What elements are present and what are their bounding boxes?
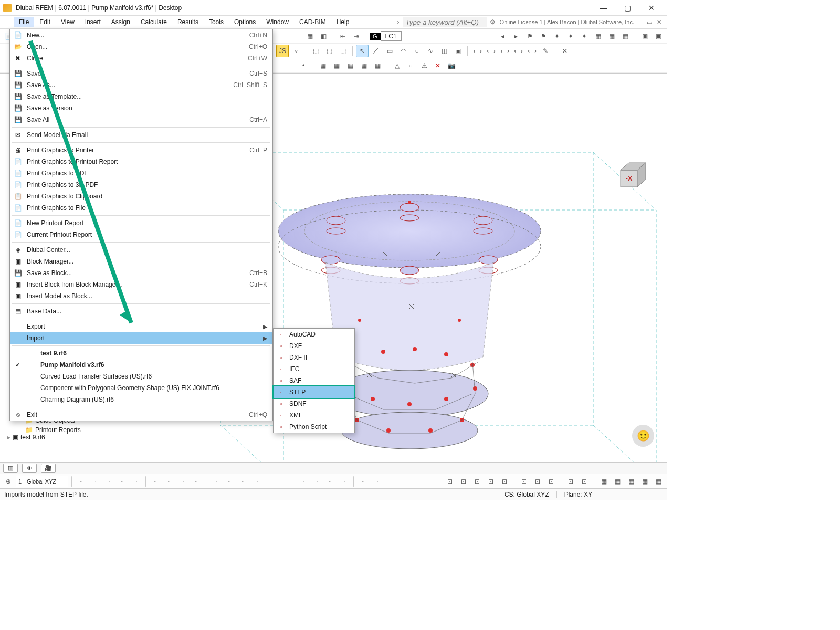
tb-spline-icon[interactable]: ∿ (424, 45, 437, 57)
menu-file[interactable]: File (14, 17, 34, 27)
file-menu-item[interactable]: ▣Insert Block from Block Manager...Ctrl+… (10, 279, 272, 290)
tb-visibility-icon[interactable]: ◧ (317, 30, 330, 43)
bt-snap3-icon[interactable]: ⊡ (471, 475, 484, 488)
bt-10-icon[interactable]: ▫ (209, 475, 222, 488)
file-menu-item[interactable]: test 9.rf6 (10, 348, 272, 359)
file-menu-item[interactable]: 💾Save As...Ctrl+Shift+S (10, 79, 272, 91)
tb-dim5-icon[interactable]: ⟷ (526, 45, 538, 57)
bt-cs-icon[interactable]: ⊕ (2, 475, 15, 488)
file-menu-item[interactable]: 📄Print Graphics to Printout Report (10, 156, 272, 167)
file-menu-item[interactable]: ✉Send Model via Email (10, 129, 272, 141)
mdi-minimize-button[interactable]: — (636, 18, 644, 26)
menu-help[interactable]: Help (331, 17, 355, 27)
file-menu-item[interactable]: 📄Current Printout Report (10, 229, 272, 240)
tb-err-icon[interactable]: ✕ (432, 59, 444, 72)
menu-insert[interactable]: Insert (80, 17, 106, 27)
bt-13-icon[interactable]: ▫ (250, 475, 263, 488)
tb-hinge-icon[interactable]: ○ (404, 59, 417, 72)
bt-snap2-icon[interactable]: ⊡ (457, 475, 470, 488)
bt-14-icon[interactable]: ▫ (297, 475, 309, 488)
coord-system-dropdown[interactable]: 1 - Global XYZ (16, 476, 68, 487)
import-submenu-item[interactable]: ▫XML (274, 410, 354, 421)
tb-grid5-icon[interactable]: ▦ (371, 59, 384, 72)
keyword-search-input[interactable] (403, 17, 487, 27)
tb-misc4-icon[interactable]: ▦ (592, 30, 604, 43)
bt-16-icon[interactable]: ▫ (324, 475, 337, 488)
tb-misc6-icon[interactable]: ▦ (619, 30, 632, 43)
menu-assign[interactable]: Assign (106, 17, 135, 27)
file-menu-item[interactable]: 💾Save as Version (10, 102, 272, 114)
bt-snap8-icon[interactable]: ⊡ (545, 475, 558, 488)
menu-tools[interactable]: Tools (204, 17, 229, 27)
tb-dim4-icon[interactable]: ⟷ (512, 45, 524, 57)
tb-cursor-icon[interactable]: ↖ (356, 45, 369, 57)
bt-snap5-icon[interactable]: ⊡ (498, 475, 511, 488)
file-menu-item[interactable]: ◈Dlubal Center... (10, 244, 272, 256)
file-menu-item[interactable]: 📄Print Graphics to 3D PDF (10, 179, 272, 191)
view-cube[interactable]: -X (614, 158, 652, 195)
file-menu-item[interactable]: 🖨Print Graphics to PrinterCtrl+P (10, 144, 272, 156)
tb-rect-icon[interactable]: ▭ (383, 45, 396, 57)
tb-cube-icon[interactable]: ▣ (452, 45, 464, 57)
bt-1-icon[interactable]: ▫ (75, 475, 88, 488)
bt-grid3-icon[interactable]: ▦ (625, 475, 637, 488)
loadcase-selector[interactable]: G LC1 (370, 32, 402, 41)
file-menu-item[interactable]: ▣Insert Model as Block... (10, 290, 272, 302)
tb-delete-icon[interactable]: ✕ (559, 45, 571, 57)
tb-dim1-icon[interactable]: ⟷ (471, 45, 484, 57)
tb-extrude-icon[interactable]: ◫ (438, 45, 450, 57)
tb-next-icon[interactable]: ▸ (510, 30, 522, 43)
menu-window[interactable]: Window (261, 17, 294, 27)
file-menu-item[interactable]: ⎋ExitCtrl+Q (10, 409, 272, 421)
file-menu-item[interactable]: Pump Manifold v3.rf6 (10, 359, 272, 371)
tb-flag2-icon[interactable]: ⚑ (537, 30, 550, 43)
maximize-button[interactable]: ▢ (615, 0, 639, 16)
menu-options[interactable]: Options (229, 17, 261, 27)
file-menu-item[interactable]: Curved Load Transfer Surfaces (US).rf6 (10, 371, 272, 382)
viewbar-camera-icon[interactable]: 🎥 (41, 464, 56, 473)
assistant-avatar[interactable]: 🙂 (632, 425, 654, 447)
close-button[interactable]: ✕ (639, 0, 664, 16)
file-menu-item[interactable]: Export▶ (10, 321, 272, 332)
tb-select2-icon[interactable]: ⬚ (323, 45, 335, 57)
tb-grid3-icon[interactable]: ▦ (344, 59, 356, 72)
bt-18-icon[interactable]: ▫ (357, 475, 370, 488)
tb-prev-icon[interactable]: ◂ (496, 30, 509, 43)
tb-misc5-icon[interactable]: ▦ (605, 30, 618, 43)
file-menu-item[interactable]: 💾SaveCtrl+S (10, 68, 272, 79)
bt-snap6-icon[interactable]: ⊡ (518, 475, 530, 488)
bt-snap7-icon[interactable]: ⊡ (531, 475, 544, 488)
bt-15-icon[interactable]: ▫ (310, 475, 323, 488)
tb-align-left-icon[interactable]: ⇤ (337, 30, 349, 43)
menu-cadbim[interactable]: CAD-BIM (294, 17, 331, 27)
bt-3-icon[interactable]: ▫ (102, 475, 115, 488)
file-menu-item[interactable]: 📋Print Graphics to Clipboard (10, 191, 272, 202)
tb-node-icon[interactable]: • (297, 59, 310, 72)
import-submenu-item[interactable]: ▫IFC (274, 363, 354, 375)
import-submenu-item[interactable]: ▫Python Script (274, 421, 354, 433)
bt-2-icon[interactable]: ▫ (89, 475, 101, 488)
tb-select-icon[interactable]: ⬚ (309, 45, 322, 57)
bt-snap10-icon[interactable]: ⊡ (578, 475, 591, 488)
tb-layers-icon[interactable]: ▦ (303, 30, 316, 43)
menu-results[interactable]: Results (172, 17, 204, 27)
file-menu-item[interactable]: 📄Print Graphics to File (10, 202, 272, 214)
tb-misc2-icon[interactable]: ✦ (564, 30, 577, 43)
file-menu-item[interactable]: 💾Save as Template... (10, 91, 272, 102)
tb-note-icon[interactable]: ✎ (539, 45, 552, 57)
file-menu-item[interactable]: ✖CloseCtrl+W (10, 52, 272, 64)
tb-align-right-icon[interactable]: ⇥ (350, 30, 363, 43)
file-menu-item[interactable]: Import▶ (10, 332, 272, 344)
file-menu-item[interactable]: 📄New...Ctrl+N (10, 29, 272, 41)
bt-snap1-icon[interactable]: ⊡ (444, 475, 456, 488)
tb-misc1-icon[interactable]: ✦ (551, 30, 563, 43)
bt-5-icon[interactable]: ▫ (130, 475, 142, 488)
bt-grid5-icon[interactable]: ▦ (652, 475, 665, 488)
file-menu-item[interactable]: 💾Save AllCtrl+A (10, 114, 272, 125)
bt-6-icon[interactable]: ▫ (149, 475, 162, 488)
tb-grid1-icon[interactable]: ▦ (317, 59, 329, 72)
bt-grid4-icon[interactable]: ▦ (638, 475, 651, 488)
tb-grid2-icon[interactable]: ▦ (330, 59, 343, 72)
menu-calculate[interactable]: Calculate (135, 17, 172, 27)
file-menu-item[interactable]: ▤Base Data... (10, 306, 272, 317)
